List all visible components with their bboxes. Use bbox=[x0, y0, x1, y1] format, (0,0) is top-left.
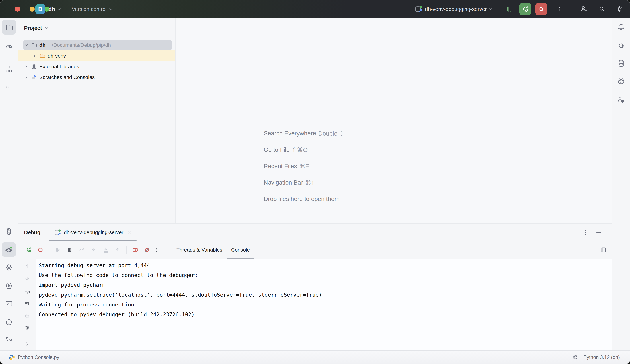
console-output[interactable]: Starting debug server at port 4,444 Use … bbox=[36, 259, 612, 350]
console-line: Starting debug server at port 4,444 bbox=[39, 260, 612, 270]
close-button[interactable] bbox=[15, 6, 20, 12]
database-button[interactable] bbox=[614, 56, 628, 71]
svg-text:?: ? bbox=[10, 45, 11, 48]
layout-settings-icon[interactable] bbox=[600, 246, 607, 253]
stop-button[interactable] bbox=[535, 3, 547, 15]
rerun-debugger-button[interactable] bbox=[25, 246, 32, 253]
step-out-button[interactable] bbox=[114, 246, 122, 253]
stop-debugger-button[interactable] bbox=[37, 246, 44, 253]
tab-threads-variables[interactable]: Threads & Variables bbox=[172, 241, 227, 259]
services-tool-button[interactable] bbox=[2, 278, 16, 293]
tree-row-scratches[interactable]: Scratches and Consoles bbox=[18, 72, 175, 83]
pause-program-button[interactable] bbox=[66, 246, 73, 253]
hint-label: Go to File bbox=[264, 146, 290, 153]
scroll-to-end-icon[interactable] bbox=[24, 301, 30, 307]
panel-options-kebab-icon[interactable] bbox=[583, 229, 588, 236]
soft-wrap-icon[interactable] bbox=[24, 288, 30, 295]
console-gutter bbox=[18, 259, 36, 350]
editor-empty-state: Search Everywhere Double ⇧ Go to File ⇧⌘… bbox=[176, 18, 612, 223]
chevron-right-icon[interactable] bbox=[31, 54, 38, 58]
vcs-menu[interactable]: Version control bbox=[72, 6, 107, 12]
robot-icon[interactable] bbox=[572, 355, 578, 360]
chevron-down-icon[interactable] bbox=[23, 43, 30, 47]
code-with-me-button[interactable] bbox=[614, 93, 628, 107]
force-step-into-button[interactable] bbox=[102, 246, 110, 253]
project-badge[interactable]: D bbox=[35, 4, 45, 14]
shortcut-hint: Recent Files ⌘E bbox=[264, 158, 344, 174]
pause-program-button[interactable] bbox=[505, 5, 513, 13]
resume-program-button[interactable] bbox=[54, 246, 61, 253]
shortcut-hint: Navigation Bar ⌘↑ bbox=[264, 174, 344, 191]
debug-panel: Debug dh-venv-debugging-server bbox=[18, 223, 612, 350]
print-icon[interactable] bbox=[24, 313, 30, 319]
debug-panel-title[interactable]: Debug bbox=[24, 229, 40, 235]
layers-icon bbox=[5, 263, 13, 272]
tree-row-dh-venv[interactable]: dh-venv bbox=[18, 50, 175, 61]
people-help-button[interactable]: ? bbox=[2, 38, 16, 53]
more-tools-button[interactable] bbox=[2, 80, 16, 94]
folder-venv-icon bbox=[40, 53, 45, 59]
clear-console-trash-icon[interactable] bbox=[24, 325, 30, 331]
project-name[interactable]: dh bbox=[48, 6, 55, 12]
project-panel: Project dh ~/Documents/Debug/pip/dh bbox=[18, 18, 176, 223]
tree-item-name: Scratches and Consoles bbox=[40, 74, 95, 80]
tab-console[interactable]: Console bbox=[227, 241, 254, 259]
tree-row-external-libraries[interactable]: External Libraries bbox=[18, 61, 175, 72]
settings-gear-icon[interactable] bbox=[616, 5, 624, 13]
close-icon[interactable] bbox=[127, 230, 132, 235]
console-line: Waiting for process connection… bbox=[39, 300, 612, 310]
interpreter-selector[interactable]: Python 3.12 (dh) bbox=[583, 355, 620, 360]
chevron-down-icon[interactable] bbox=[108, 7, 113, 11]
terminal-icon bbox=[5, 300, 13, 308]
chevron-down-icon[interactable] bbox=[44, 26, 49, 30]
step-over-button[interactable] bbox=[78, 246, 85, 253]
structure-tool-button[interactable] bbox=[2, 62, 16, 76]
project-tool-button[interactable] bbox=[2, 20, 16, 35]
scroll-down-icon[interactable] bbox=[24, 275, 30, 282]
add-user-icon[interactable] bbox=[580, 5, 588, 13]
scratches-icon bbox=[31, 74, 37, 80]
more-actions-kebab-icon[interactable] bbox=[555, 5, 563, 13]
rerun-debug-button[interactable] bbox=[519, 3, 531, 15]
search-icon[interactable] bbox=[598, 5, 606, 13]
step-into-button[interactable] bbox=[90, 246, 97, 253]
chevron-right-icon[interactable] bbox=[23, 75, 30, 80]
chevron-right-icon[interactable] bbox=[23, 64, 30, 69]
debug-tool-button[interactable] bbox=[2, 242, 16, 257]
problems-tool-button[interactable] bbox=[2, 315, 16, 329]
run-config-icon[interactable] bbox=[415, 5, 423, 13]
minimize-button[interactable] bbox=[30, 6, 35, 12]
folder-icon bbox=[5, 23, 13, 31]
mute-breakpoints-button[interactable] bbox=[143, 246, 150, 253]
terminal-tool-button[interactable] bbox=[2, 297, 16, 311]
toolbar-kebab-icon[interactable] bbox=[155, 246, 158, 253]
chevron-down-icon[interactable] bbox=[57, 7, 62, 11]
expand-gutter-chevron-icon[interactable] bbox=[24, 340, 30, 347]
ai-assistant-button[interactable] bbox=[614, 38, 628, 53]
left-tool-rail: ? bbox=[0, 18, 18, 350]
hint-keys: ⌘E bbox=[299, 163, 309, 170]
notifications-button[interactable] bbox=[614, 20, 628, 35]
view-breakpoints-button[interactable] bbox=[131, 246, 138, 253]
debug-session-tab[interactable]: dh-venv-debugging-server bbox=[49, 224, 136, 241]
assistant-robot-button[interactable] bbox=[614, 75, 628, 89]
hide-panel-icon[interactable] bbox=[596, 229, 602, 235]
git-branch-icon bbox=[5, 336, 13, 345]
python-console-tool-button[interactable] bbox=[2, 224, 16, 239]
database-icon bbox=[617, 59, 625, 67]
robot-icon bbox=[617, 78, 625, 86]
project-panel-title[interactable]: Project bbox=[24, 25, 42, 31]
python-packages-tool-button[interactable] bbox=[2, 260, 16, 275]
status-bar-file[interactable]: Python Console.py bbox=[8, 354, 59, 361]
scroll-up-icon[interactable] bbox=[24, 263, 30, 269]
console-area: Starting debug server at port 4,444 Use … bbox=[18, 259, 612, 350]
chevron-down-icon[interactable] bbox=[488, 7, 493, 11]
hint-label: Recent Files bbox=[264, 163, 297, 170]
ai-assistant-swirl-icon bbox=[617, 41, 625, 50]
bell-icon bbox=[617, 23, 625, 31]
version-control-tool-button[interactable] bbox=[2, 333, 16, 348]
tree-row-dh[interactable]: dh ~/Documents/Debug/pip/dh bbox=[18, 40, 175, 50]
session-tab-label: dh-venv-debugging-server bbox=[64, 229, 124, 235]
more-dots-icon bbox=[5, 83, 13, 91]
run-config-selector[interactable]: dh-venv-debugging-server bbox=[425, 6, 487, 12]
